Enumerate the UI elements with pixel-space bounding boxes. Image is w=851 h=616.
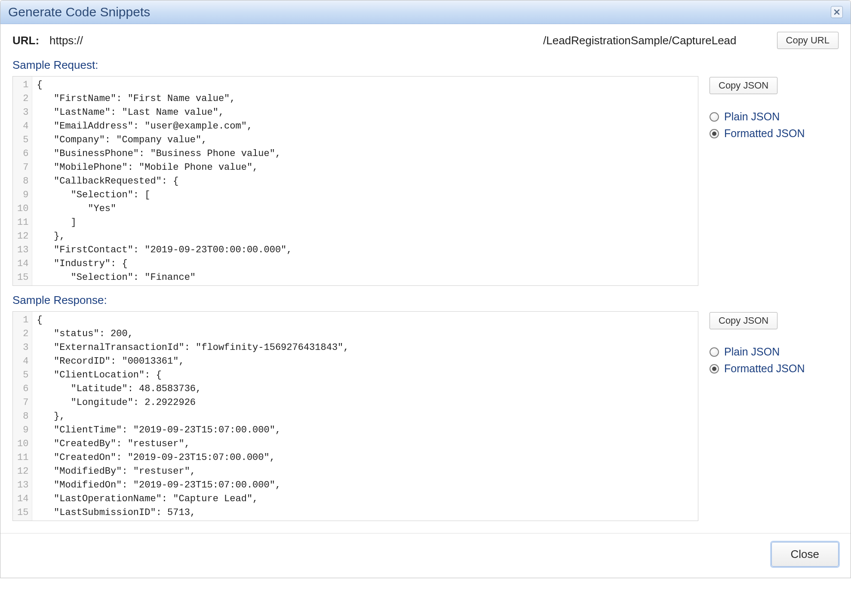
url-suffix: /LeadRegistrationSample/CaptureLead <box>543 34 771 47</box>
dialog-content: URL: https:// /LeadRegistrationSample/Ca… <box>0 24 851 533</box>
dialog-title: Generate Code Snippets <box>8 5 150 19</box>
copy-response-json-button[interactable]: Copy JSON <box>710 312 777 329</box>
request-plain-json-radio[interactable]: Plain JSON <box>710 110 839 123</box>
radio-icon <box>710 129 719 138</box>
response-side-controls: Copy JSON Plain JSON Formatted JSON <box>710 311 839 379</box>
response-line-gutter: 1 2 3 4 5 6 7 8 9 10 11 12 13 14 15 <box>13 312 32 521</box>
radio-label: Plain JSON <box>724 110 780 123</box>
url-middle <box>86 34 543 47</box>
url-label: URL: <box>12 34 43 47</box>
sample-response-title: Sample Response: <box>12 294 839 307</box>
sample-request-title: Sample Request: <box>12 58 839 72</box>
radio-icon <box>710 364 719 374</box>
radio-label: Formatted JSON <box>724 127 805 140</box>
url-prefix: https:// <box>49 34 83 47</box>
request-formatted-json-radio[interactable]: Formatted JSON <box>710 127 839 140</box>
copy-url-button[interactable]: Copy URL <box>777 32 839 49</box>
response-code-text: { "status": 200, "ExternalTransactionId"… <box>32 312 698 521</box>
response-plain-json-radio[interactable]: Plain JSON <box>710 346 839 358</box>
request-code-box[interactable]: 1 2 3 4 5 6 7 8 9 10 11 12 13 14 15 { "F… <box>12 76 698 286</box>
dialog-footer: Close <box>0 533 851 578</box>
radio-label: Plain JSON <box>724 346 780 358</box>
url-row: URL: https:// /LeadRegistrationSample/Ca… <box>12 32 839 49</box>
response-formatted-json-radio[interactable]: Formatted JSON <box>710 362 839 375</box>
close-button[interactable]: Close <box>771 542 839 567</box>
request-line-gutter: 1 2 3 4 5 6 7 8 9 10 11 12 13 14 15 <box>13 77 32 285</box>
close-icon <box>833 9 840 15</box>
request-side-controls: Copy JSON Plain JSON Formatted JSON <box>710 76 839 144</box>
radio-label: Formatted JSON <box>724 362 805 375</box>
url-value: https:// /LeadRegistrationSample/Capture… <box>49 34 771 47</box>
radio-icon <box>710 112 719 122</box>
request-code-text: { "FirstName": "First Name value", "Last… <box>32 77 698 285</box>
copy-request-json-button[interactable]: Copy JSON <box>710 77 777 94</box>
response-code-box[interactable]: 1 2 3 4 5 6 7 8 9 10 11 12 13 14 15 { "s… <box>12 311 698 521</box>
sample-request-section: 1 2 3 4 5 6 7 8 9 10 11 12 13 14 15 { "F… <box>12 76 839 286</box>
dialog: Generate Code Snippets URL: https:// /Le… <box>0 0 851 578</box>
radio-icon <box>710 347 719 357</box>
sample-response-section: 1 2 3 4 5 6 7 8 9 10 11 12 13 14 15 { "s… <box>12 311 839 521</box>
close-icon-button[interactable] <box>831 6 843 18</box>
titlebar: Generate Code Snippets <box>0 0 851 24</box>
